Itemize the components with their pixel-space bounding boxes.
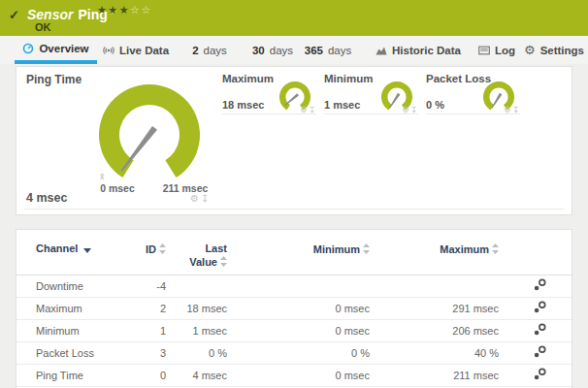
tab-label: Log: [495, 45, 515, 56]
tab-365-days[interactable]: 365 days: [302, 36, 354, 64]
channel-last-value: 18 msec: [166, 297, 227, 319]
table-header-row: Channel ID Last Value Minimum Maximum: [16, 230, 572, 275]
column-header-label: ID: [146, 243, 156, 255]
tab-30-days[interactable]: 30 days: [250, 36, 295, 64]
mini-gauge-title: Minimum: [324, 73, 373, 84]
gauge-icon: [22, 43, 34, 54]
tab-2-days[interactable]: 2 days: [188, 36, 231, 64]
log-icon: [478, 45, 490, 56]
tab-label: days: [204, 45, 227, 56]
divider: [24, 209, 564, 210]
column-header-label: Value: [189, 256, 217, 268]
channel-id: 0: [145, 364, 166, 386]
channel-maximum: 211 msec: [370, 364, 499, 386]
channel-last-value: 1 msec: [166, 319, 227, 341]
channel-last-value: 0 %: [166, 341, 227, 364]
overview-panel: Ping Time x̄ 0 msec 211 msec 4 msec ⚙↧ M…: [16, 66, 572, 215]
channel-id: 3: [145, 341, 166, 364]
tab-live-data[interactable]: Live Data: [98, 36, 174, 64]
ping-time-gauge: [95, 81, 204, 183]
sensor-header: ✓ SensorPing⚐ ★★★☆☆ OK: [0, 0, 588, 36]
channel-name: Packet Loss: [16, 341, 145, 364]
tab-label: days: [270, 45, 293, 56]
channel-name: Maximum: [16, 297, 145, 319]
table-row: Maximum 2 18 msec 0 msec 291 msec: [16, 297, 572, 319]
sort-icon: [363, 243, 370, 254]
channel-id: 2: [145, 297, 166, 319]
channel-minimum: 0 msec: [227, 364, 370, 386]
tab-number: 2: [192, 45, 198, 56]
channel-last-value: 4 msec: [166, 364, 227, 386]
channel-id: 1: [145, 319, 166, 341]
sort-desc-icon: [83, 248, 91, 253]
column-header-label: Last: [205, 242, 227, 254]
channel-maximum: 291 msec: [370, 297, 499, 319]
column-header-label: Minimum: [313, 243, 360, 255]
channel-minimum: 0 msec: [227, 297, 370, 319]
main-gauge-title: Ping Time: [26, 73, 82, 86]
table-row: Downtime -4: [16, 275, 572, 297]
channel-settings-icon[interactable]: [534, 278, 546, 293]
channel-settings-icon[interactable]: [534, 301, 546, 315]
app-root: ✓ SensorPing⚐ ★★★☆☆ OK Overview Live Dat…: [0, 0, 588, 388]
tab-number: 365: [305, 45, 323, 56]
channel-maximum: [370, 275, 499, 297]
column-header-minimum[interactable]: Minimum: [227, 230, 370, 275]
tab-historic-data[interactable]: Historic Data: [382, 36, 454, 64]
channel-name: Downtime: [16, 275, 145, 297]
sort-icon: [492, 243, 499, 254]
live-signal-icon: [103, 45, 114, 56]
channel-minimum: [227, 275, 370, 297]
channel-last-value: [166, 275, 227, 297]
sort-icon: [220, 256, 227, 267]
tab-label: Historic Data: [392, 45, 461, 56]
channel-name: Ping Time: [16, 364, 145, 386]
channel-settings-icon[interactable]: [534, 368, 546, 382]
channel-minimum: 0 msec: [227, 319, 370, 341]
tab-bar: Overview Live Data 2 days 30 days 365 da…: [0, 36, 588, 64]
tab-label: Live Data: [119, 45, 169, 56]
column-header-label: Maximum: [440, 243, 489, 255]
channel-name: Minimum: [16, 319, 145, 341]
tab-label: days: [328, 45, 351, 56]
status-ok-check-icon: ✓: [9, 8, 19, 22]
divider: [426, 113, 520, 114]
sensor-status-badge: OK: [35, 21, 51, 33]
gauge-needle: [491, 93, 503, 109]
priority-star-rating[interactable]: ★★★☆☆: [97, 4, 152, 16]
sort-icon: [159, 243, 166, 254]
sensor-type-label: Sensor: [27, 7, 73, 22]
gear-icon[interactable]: ⚙: [190, 193, 201, 204]
channel-id: -4: [145, 275, 166, 297]
minimum-value: 1 msec: [324, 99, 360, 111]
mini-gauge-maximum: Maximum 18 msec ⚙↧: [222, 67, 316, 125]
channel-settings-icon[interactable]: [534, 323, 546, 338]
column-header-actions: [499, 230, 572, 275]
column-header-maximum[interactable]: Maximum: [370, 230, 499, 275]
ping-time-value: 4 msec: [26, 191, 67, 205]
divider: [324, 113, 418, 114]
tab-label: Settings: [540, 45, 584, 56]
tab-overview[interactable]: Overview: [15, 36, 97, 64]
main-gauge-actions: ⚙↧: [190, 193, 211, 204]
tab-label: Overview: [39, 43, 88, 54]
channel-maximum: 40 %: [370, 341, 499, 364]
channel-minimum: 0 %: [227, 341, 370, 364]
column-header-last-value[interactable]: Last Value: [166, 230, 227, 275]
tab-settings[interactable]: ⚙ Settings: [528, 36, 580, 64]
column-header-id[interactable]: ID: [145, 230, 166, 275]
channel-maximum: 206 msec: [370, 319, 499, 341]
divider: [222, 113, 316, 114]
column-header-channel[interactable]: Channel: [16, 230, 145, 275]
gauge-marker-icon: x̄: [100, 172, 105, 181]
tab-number: 30: [252, 45, 265, 56]
mini-gauge-title: Maximum: [222, 73, 274, 84]
channel-settings-icon[interactable]: [534, 345, 546, 360]
pin-icon[interactable]: ↧: [201, 193, 211, 204]
table-row: Minimum 1 1 msec 0 msec 206 msec: [16, 319, 572, 341]
tab-log[interactable]: Log: [479, 36, 514, 64]
packet-loss-value: 0 %: [426, 99, 444, 111]
table-row: Packet Loss 3 0 % 0 % 40 %: [16, 341, 572, 364]
chart-icon: [376, 45, 387, 56]
channel-table-panel: Channel ID Last Value Minimum Maximum: [16, 229, 572, 388]
